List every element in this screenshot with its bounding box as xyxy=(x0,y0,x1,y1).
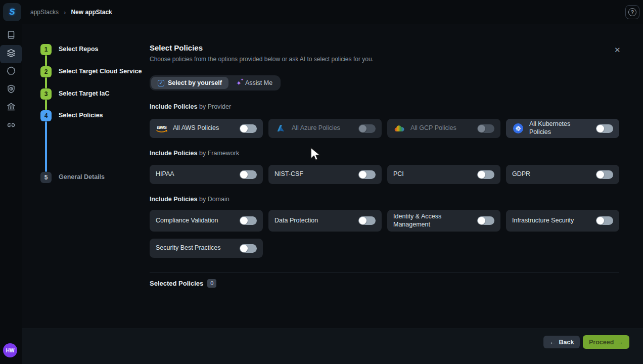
tab-assist-me-label: Assist Me xyxy=(245,79,272,86)
link-icon xyxy=(6,120,16,132)
gcp-logo-icon xyxy=(393,124,405,132)
app-logo-icon: S xyxy=(9,7,15,17)
selected-policies-label: Selected Policies xyxy=(150,280,203,287)
step-4-label: Select Policies xyxy=(59,112,103,119)
page-subtitle: Choose policies from the options provide… xyxy=(150,56,374,63)
step-2-label: Select Target Cloud Service xyxy=(59,68,142,75)
toggle-compliance-validation[interactable] xyxy=(240,216,257,225)
card-identity-access-management[interactable]: Identity & Access Management xyxy=(387,210,500,232)
breadcrumb-parent[interactable]: appStacks xyxy=(30,9,59,16)
sidebar-item-marketplace[interactable] xyxy=(0,99,22,117)
toggle-identity-access-management[interactable] xyxy=(477,216,494,225)
help-icon: ? xyxy=(628,8,636,16)
back-arrow-icon: ← xyxy=(549,339,556,346)
step-1-label: Select Repos xyxy=(59,46,99,53)
tab-select-by-yourself-label: Select by yourself xyxy=(168,79,222,86)
user-avatar[interactable]: HW xyxy=(3,343,17,357)
domain-cards-row-2: Security Best Practices xyxy=(150,239,263,258)
toggle-nist-csf[interactable] xyxy=(358,170,376,179)
divider xyxy=(150,272,619,273)
step-connector xyxy=(45,55,47,66)
book-icon xyxy=(6,30,16,42)
sidebar-item-security[interactable] xyxy=(0,81,22,99)
mode-tabs: ✓ Select by yourself ✦✦ Assist Me xyxy=(150,75,281,90)
toggle-all-azure-policies[interactable] xyxy=(358,124,376,133)
card-label: HIPAA xyxy=(156,170,235,178)
card-label: All AWS Policies xyxy=(173,124,235,132)
step-connector xyxy=(45,121,47,172)
tab-select-by-yourself[interactable]: ✓ Select by yourself xyxy=(151,77,228,89)
toggle-gdpr[interactable] xyxy=(596,170,613,179)
step-connector xyxy=(45,77,47,88)
help-button[interactable]: ? xyxy=(625,5,639,19)
toggle-security-best-practices[interactable] xyxy=(240,244,257,253)
card-pci[interactable]: PCI xyxy=(387,165,500,184)
section-heading-provider: Include Policies by Provider xyxy=(150,103,231,110)
domain-cards-row-1: Compliance Validation Data Protection Id… xyxy=(150,210,619,232)
card-all-gcp-policies[interactable]: All GCP Policies xyxy=(387,119,500,138)
card-label: GDPR xyxy=(512,170,591,178)
card-nist-csf[interactable]: NIST-CSF xyxy=(268,165,382,184)
breadcrumb-current: New appStack xyxy=(71,9,112,16)
toggle-all-gcp-policies[interactable] xyxy=(477,124,494,133)
card-data-protection[interactable]: Data Protection xyxy=(268,210,382,232)
back-button-label: Back xyxy=(559,339,574,346)
step-5-badge[interactable]: 5 xyxy=(40,172,52,183)
card-all-aws-policies[interactable]: aws All AWS Policies xyxy=(150,119,263,138)
sidebar-item-repos[interactable] xyxy=(0,27,22,45)
app-logo[interactable]: S xyxy=(3,3,21,21)
card-label: NIST-CSF xyxy=(274,170,353,178)
card-label: All GCP Policies xyxy=(410,124,472,132)
proceed-button[interactable]: Proceed → xyxy=(583,335,629,349)
toggle-data-protection[interactable] xyxy=(358,216,376,225)
stack-icon xyxy=(6,48,16,60)
step-4-badge[interactable]: 4 xyxy=(40,110,52,121)
card-label: Data Protection xyxy=(274,217,353,225)
card-label: All Kubernetes Policies xyxy=(529,120,591,136)
sidebar-item-policies[interactable] xyxy=(0,63,22,81)
step-2-badge[interactable]: 2 xyxy=(40,66,52,77)
bank-icon xyxy=(6,102,16,114)
step-connector xyxy=(45,100,47,110)
tab-assist-me[interactable]: ✦✦ Assist Me xyxy=(229,77,279,89)
toggle-all-kubernetes-policies[interactable] xyxy=(596,124,613,133)
toggle-pci[interactable] xyxy=(477,170,494,179)
breadcrumb-chevron-icon: › xyxy=(64,9,66,16)
card-all-kubernetes-policies[interactable]: ☸ All Kubernetes Policies xyxy=(506,119,619,138)
card-label: Compliance Validation xyxy=(156,217,235,225)
card-infrastructure-security[interactable]: Infrastructure Security xyxy=(506,210,619,232)
sparkle-icon: ✦✦ xyxy=(236,80,242,86)
kubernetes-logo-icon: ☸ xyxy=(512,123,524,133)
card-security-best-practices[interactable]: Security Best Practices xyxy=(150,239,263,258)
sidebar-item-appstacks[interactable] xyxy=(0,45,22,63)
footer-bar: ← Back Proceed → xyxy=(22,329,643,364)
azure-logo-icon xyxy=(274,123,287,133)
shield-icon xyxy=(6,84,16,96)
toggle-all-aws-policies[interactable] xyxy=(240,124,257,133)
card-label: Identity & Access Management xyxy=(393,213,472,229)
breadcrumb: appStacks › New appStack xyxy=(30,0,112,24)
step-1-badge[interactable]: 1 xyxy=(40,44,52,55)
step-3-label: Select Target IaC xyxy=(59,90,110,97)
page-title: Select Policies xyxy=(150,43,203,52)
card-gdpr[interactable]: GDPR xyxy=(506,165,619,184)
back-button[interactable]: ← Back xyxy=(543,336,580,348)
selected-policies-count-badge: 0 xyxy=(207,279,216,288)
close-icon[interactable]: ✕ xyxy=(613,44,622,56)
sidebar-item-integrations[interactable] xyxy=(0,117,22,135)
card-all-azure-policies[interactable]: All Azure Policies xyxy=(268,119,382,138)
step-3-badge[interactable]: 3 xyxy=(40,88,52,100)
card-label: PCI xyxy=(393,170,472,178)
proceed-arrow-icon: → xyxy=(617,339,623,346)
card-label: Security Best Practices xyxy=(156,244,235,252)
left-sidebar: HW xyxy=(0,24,22,364)
toggle-infrastructure-security[interactable] xyxy=(596,216,613,225)
selected-policies: Selected Policies 0 xyxy=(150,279,216,288)
aws-logo-icon: aws xyxy=(156,124,168,133)
toggle-hipaa[interactable] xyxy=(240,170,257,179)
card-hipaa[interactable]: HIPAA xyxy=(150,165,263,184)
section-heading-domain: Include Policies by Domain xyxy=(150,196,229,203)
mouse-cursor-icon xyxy=(309,147,323,164)
step-5-label: General Details xyxy=(59,173,105,180)
card-compliance-validation[interactable]: Compliance Validation xyxy=(150,210,263,232)
